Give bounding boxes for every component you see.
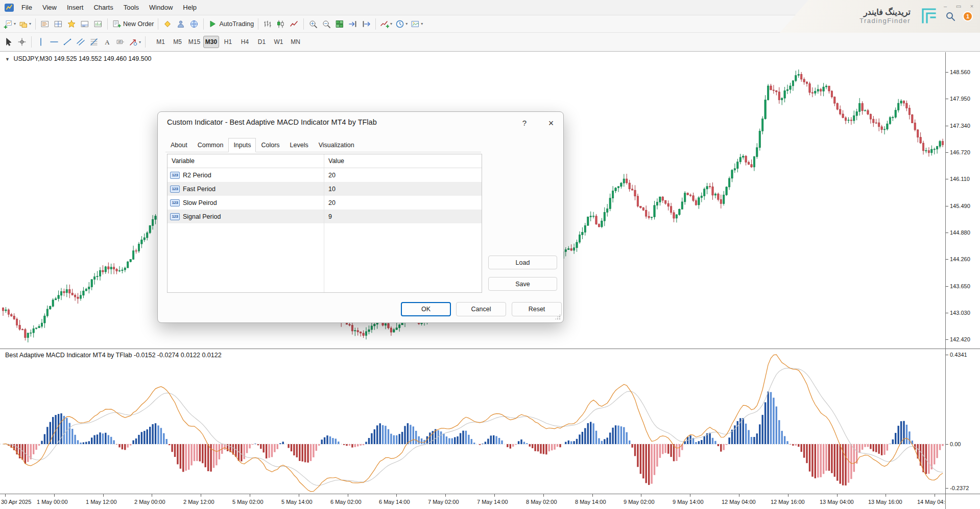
- indicator-values: -0.0152 -0.0274 0.0122 0.0122: [134, 352, 222, 359]
- notification-badge[interactable]: 1: [963, 11, 973, 21]
- cancel-button[interactable]: Cancel: [456, 302, 506, 316]
- parameter-value[interactable]: 9: [324, 213, 332, 220]
- parameter-value[interactable]: 20: [324, 172, 336, 179]
- zoom-out-button[interactable]: [320, 17, 333, 31]
- tab-levels[interactable]: Levels: [285, 138, 314, 152]
- timeframe-h4[interactable]: H4: [237, 36, 253, 48]
- mt4-application-window: FileViewInsertChartsToolsWindowHelp – ▭ …: [0, 0, 980, 509]
- axis-tick: [946, 339, 948, 340]
- periods-button[interactable]: ▾: [394, 17, 409, 31]
- tab-visualization[interactable]: Visualization: [314, 138, 360, 152]
- dropdown-arrow-icon[interactable]: ▾: [29, 21, 31, 26]
- parameter-row[interactable]: 123R2 Period20: [168, 168, 482, 182]
- zoom-in-button[interactable]: [306, 17, 320, 31]
- search-icon[interactable]: [945, 11, 955, 21]
- indicator-axis-label: 0.4341: [950, 351, 967, 358]
- indicators-button[interactable]: ▾: [378, 17, 394, 31]
- options-button[interactable]: [187, 17, 201, 31]
- axis-tick: [396, 494, 397, 497]
- text-button[interactable]: A: [101, 35, 114, 49]
- ok-button[interactable]: OK: [401, 302, 451, 316]
- parameter-row[interactable]: 123Fast Period10: [168, 182, 482, 196]
- fibonacci-button[interactable]: [87, 35, 101, 49]
- macd-indicator-panel[interactable]: [0, 349, 946, 494]
- cursor-button[interactable]: [2, 35, 15, 49]
- dropdown-arrow-icon[interactable]: ▾: [421, 21, 423, 26]
- tab-common[interactable]: Common: [193, 138, 229, 152]
- bar-chart-button[interactable]: [261, 17, 274, 31]
- reset-button[interactable]: Reset: [512, 302, 562, 316]
- crosshair-button[interactable]: [15, 35, 29, 49]
- experts-button[interactable]: [174, 17, 187, 31]
- candles-icon: [276, 19, 285, 29]
- maximize-button[interactable]: ▭: [954, 2, 963, 10]
- brand-title-en: TradingFinder: [859, 17, 911, 25]
- parameter-value[interactable]: 10: [324, 186, 336, 193]
- autotrading-button[interactable]: AutoTrading: [206, 17, 255, 31]
- dropdown-arrow-icon[interactable]: ▾: [14, 21, 16, 26]
- menu-file[interactable]: File: [16, 2, 37, 13]
- horizontal-line-button[interactable]: [47, 35, 61, 49]
- auto-scroll-button[interactable]: [346, 17, 360, 31]
- time-axis-label: 13 May 16:00: [868, 499, 902, 505]
- timeframe-d1[interactable]: D1: [254, 36, 270, 48]
- equidistant-channel-button[interactable]: [74, 35, 87, 49]
- market-watch-button[interactable]: [38, 17, 52, 31]
- dialog-help-button[interactable]: ?: [518, 117, 531, 129]
- timeframe-w1[interactable]: W1: [271, 36, 286, 48]
- time-axis[interactable]: 30 Apr 20251 May 00:001 May 12:002 May 0…: [0, 494, 946, 509]
- menu-charts[interactable]: Charts: [88, 2, 118, 13]
- indicator-axis[interactable]: 0.43410.00-0.2372: [946, 349, 980, 494]
- templates-button[interactable]: ▾: [409, 17, 424, 31]
- save-button[interactable]: Save: [488, 277, 557, 291]
- timeframe-m5[interactable]: M5: [170, 36, 185, 48]
- profiles-button[interactable]: ▾: [17, 17, 33, 31]
- dropdown-arrow-icon[interactable]: ▾: [405, 21, 408, 26]
- tab-colors[interactable]: Colors: [256, 138, 284, 152]
- candlestick-chart-button[interactable]: [274, 17, 288, 31]
- dropdown-arrow-icon[interactable]: ▾: [139, 40, 141, 44]
- text-label-button[interactable]: ab: [114, 35, 127, 49]
- navigator-button[interactable]: [65, 17, 78, 31]
- menu-tools[interactable]: Tools: [118, 2, 144, 13]
- load-button[interactable]: Load: [488, 256, 557, 269]
- chart-indicator-divider[interactable]: [0, 349, 980, 349]
- new-chart-button[interactable]: ▾: [2, 17, 17, 31]
- parameter-row[interactable]: 123Signal Period9: [168, 210, 482, 223]
- dropdown-arrow-icon[interactable]: ▾: [390, 21, 392, 26]
- parameter-value[interactable]: 20: [324, 199, 336, 206]
- shapes-button[interactable]: ▾: [127, 35, 142, 49]
- trendline-button[interactable]: [61, 35, 74, 49]
- menu-window[interactable]: Window: [144, 2, 178, 13]
- tile-windows-button[interactable]: [333, 17, 346, 31]
- value-column-header: Value: [324, 157, 344, 165]
- timeframe-mn[interactable]: MN: [288, 36, 303, 48]
- text-icon: A: [103, 37, 112, 47]
- timeframe-m30[interactable]: M30: [203, 36, 219, 48]
- close-button[interactable]: ×: [968, 2, 976, 10]
- metaeditor-button[interactable]: [161, 17, 174, 31]
- price-axis-label: 143.650: [950, 283, 970, 290]
- terminal-button[interactable]: [78, 17, 91, 31]
- strategy-tester-button[interactable]: [91, 17, 105, 31]
- menu-insert[interactable]: Insert: [62, 2, 89, 13]
- axis-tick: [103, 494, 104, 497]
- menu-view[interactable]: View: [37, 2, 62, 13]
- price-axis[interactable]: 148.560147.950147.340146.720146.110145.4…: [946, 52, 980, 349]
- timeframe-m1[interactable]: M1: [153, 36, 169, 48]
- chart-shift-button[interactable]: [360, 17, 373, 31]
- tab-about[interactable]: About: [165, 138, 193, 152]
- timeframe-h1[interactable]: H1: [220, 36, 236, 48]
- timeframe-m15[interactable]: M15: [186, 36, 202, 48]
- parameter-row[interactable]: 123Slow Peirod20: [168, 196, 482, 210]
- vertical-line-button[interactable]: [34, 35, 47, 49]
- tab-inputs[interactable]: Inputs: [228, 138, 256, 152]
- minimize-button[interactable]: –: [941, 2, 949, 10]
- timeframe-bar: M1M5M15M30H1H4D1W1MN: [152, 36, 304, 48]
- dialog-close-button[interactable]: ×: [544, 116, 558, 130]
- data-window-button[interactable]: [52, 17, 65, 31]
- line-chart-button[interactable]: [288, 17, 301, 31]
- tester-icon: [93, 19, 103, 29]
- menu-help[interactable]: Help: [178, 2, 202, 13]
- new-order-button[interactable]: New Order: [110, 17, 155, 31]
